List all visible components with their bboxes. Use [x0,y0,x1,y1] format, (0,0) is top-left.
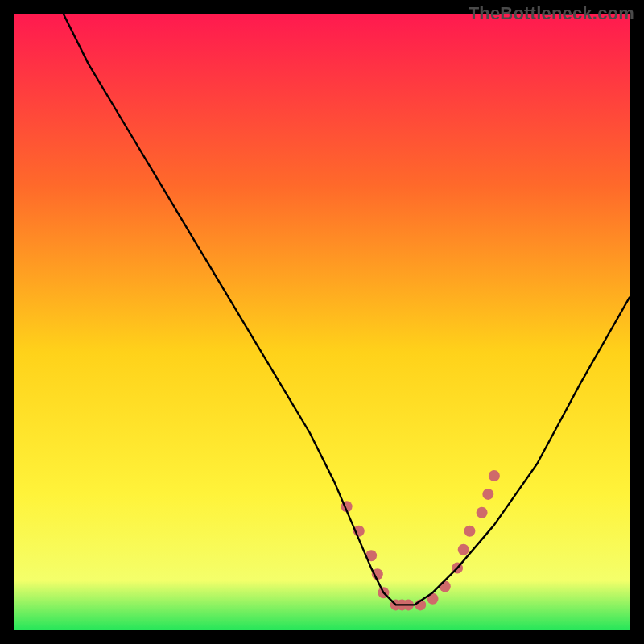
fit-marker [477,507,488,518]
fit-marker [458,544,469,555]
plot-background [14,14,630,630]
fit-marker [440,581,451,592]
fit-marker [482,489,493,500]
chart-stage: TheBottleneck.com [0,0,644,644]
watermark-text: TheBottleneck.com [469,3,634,24]
fit-marker [489,470,500,481]
chart-svg [0,0,644,644]
fit-marker [464,526,475,537]
